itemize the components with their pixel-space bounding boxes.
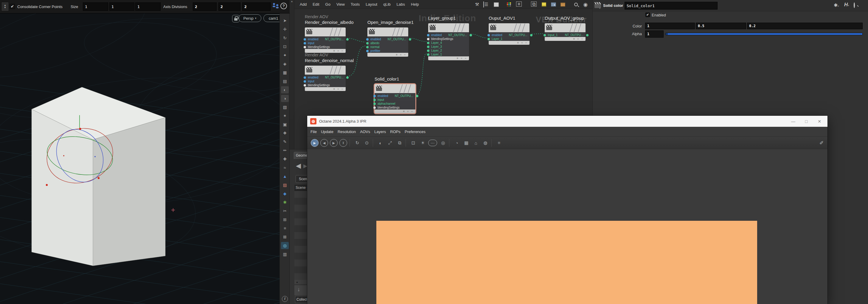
octane-menu-update[interactable]: Update [319, 130, 336, 134]
size-z-field[interactable] [135, 2, 161, 11]
uv-checker-icon[interactable]: ▨ [281, 182, 289, 189]
search-icon[interactable] [854, 3, 855, 7]
shade-mode-icon[interactable]: ◑ [281, 95, 289, 102]
tree-row[interactable] [294, 267, 307, 273]
axis-y-field[interactable] [218, 2, 241, 11]
input-port-dot[interactable] [427, 34, 429, 36]
octane-titlebar[interactable]: ⊚ Octane 2024.1.Alpha 3 IPR — □ ✕ [307, 116, 828, 127]
tree-row[interactable] [294, 198, 307, 205]
enabled-checkbox[interactable]: ✔ [645, 12, 650, 17]
flag-slot[interactable] [514, 24, 517, 32]
poly-triangle-icon[interactable]: ▲ [281, 173, 289, 180]
input-port-dot[interactable] [366, 38, 369, 40]
node-layer_group1[interactable]: enabledNT_OUTPU...blendingSettingsLayer_… [428, 23, 469, 60]
mirror-icon[interactable]: ⊞ [281, 216, 289, 223]
value-spinner[interactable]: ▲▼ [1, 2, 9, 11]
consolidate-checkbox[interactable]: ✔ [10, 4, 15, 9]
align-icon[interactable]: ≡ [281, 225, 289, 232]
flag-slot[interactable] [574, 24, 577, 32]
color-b-field[interactable]: 0.2 [747, 23, 863, 29]
flag-slot[interactable] [330, 66, 333, 74]
sculpt-icon[interactable]: ✚ [281, 156, 289, 163]
houdini-icon[interactable]: H▾ [844, 2, 849, 8]
octane-menu-layers[interactable]: Layers [372, 130, 388, 134]
wireframe-icon[interactable]: ▧ [281, 104, 289, 111]
help-icon[interactable]: ? [280, 3, 287, 9]
expand-icon[interactable]: ⤢ [386, 139, 394, 147]
flag-slot[interactable] [396, 28, 400, 36]
target-icon[interactable]: ◎ [439, 139, 447, 147]
input-port-dot[interactable] [373, 107, 376, 109]
tree-row[interactable] [294, 253, 307, 259]
close-button[interactable]: ✕ [815, 119, 824, 124]
input-port-dot[interactable] [427, 38, 429, 40]
tree-row[interactable] [294, 205, 307, 212]
tree-row[interactable] [294, 259, 307, 267]
output-port-dot[interactable] [530, 34, 532, 36]
rotate-icon[interactable]: ↻ [281, 34, 289, 42]
home-icon[interactable]: ⌂ [472, 139, 480, 147]
axis-x-field[interactable] [193, 2, 217, 11]
input-port-dot[interactable] [366, 50, 369, 52]
select-icon[interactable]: ➤ [281, 17, 289, 24]
flag-slot[interactable] [338, 66, 341, 74]
output-port-dot[interactable] [409, 38, 411, 40]
scene-button[interactable]: Scen [296, 175, 307, 183]
alpha-field[interactable]: 1 [645, 30, 663, 37]
flag-slot[interactable] [399, 84, 403, 93]
node-name-field[interactable] [625, 2, 717, 9]
scene-viewport[interactable]: Persp▾ cam1▾ [0, 13, 279, 304]
octane-menu-resolution[interactable]: Resolution [336, 130, 358, 134]
flag-slot[interactable] [401, 28, 404, 36]
geometry-icon[interactable]: ❖ [281, 130, 289, 137]
color-r-field[interactable]: 1 [645, 23, 695, 29]
camera-icon[interactable]: ▣ [281, 121, 289, 128]
brush-icon[interactable]: ✎ [281, 138, 289, 145]
input-port-dot[interactable] [304, 46, 306, 48]
input-port-dot[interactable] [373, 99, 376, 101]
output-port-dot[interactable] [346, 38, 349, 40]
input-port-dot[interactable] [366, 42, 369, 45]
flag-slot[interactable] [408, 84, 411, 93]
input-port-dot[interactable] [544, 34, 546, 36]
node-render_denoise_normal[interactable]: enabledNT_OUTPU...inputblendingSettings≡… [305, 66, 346, 91]
color-g-field[interactable]: 0.5 [696, 23, 746, 29]
measure-icon[interactable]: ⊠ [281, 233, 289, 241]
forward-arrow-icon[interactable]: ▶ [303, 163, 307, 169]
focus-icon[interactable]: ⊡ [409, 139, 417, 147]
contrast-icon[interactable]: ◐ [376, 139, 385, 147]
poly-diamond-icon[interactable]: ◆ [281, 190, 289, 197]
flag-slot[interactable] [453, 24, 456, 32]
view-mode-icon[interactable]: ◐ [281, 86, 289, 93]
flag-slot[interactable] [569, 24, 573, 32]
camera-selector[interactable]: cam1▾ [264, 14, 279, 22]
pose-icon[interactable]: ✦ [281, 52, 289, 59]
input-port-dot[interactable] [488, 38, 490, 40]
cut-icon[interactable]: ✂ [281, 208, 289, 215]
input-port-dot[interactable] [304, 84, 306, 86]
more-dots-icon[interactable]: ⋯ [428, 140, 437, 146]
download-arrow-icon[interactable]: ↓ [294, 285, 307, 295]
skip-start-icon[interactable]: ◀ [320, 139, 328, 147]
octane-render-view[interactable] [307, 149, 828, 304]
flag-slot[interactable] [461, 24, 465, 32]
scale-icon[interactable]: ⊡ [281, 43, 289, 50]
info-icon[interactable]: i [282, 296, 288, 302]
tree-row[interactable] [294, 246, 307, 253]
node-open_image_denoise1[interactable]: enabledNT_OUTPU...albedonormalprefilter≡… [367, 27, 408, 57]
flag-slot[interactable] [457, 24, 460, 32]
input-port-dot[interactable] [488, 34, 490, 36]
tree-row[interactable] [294, 232, 307, 239]
input-port-dot[interactable] [427, 42, 429, 44]
flag-slot[interactable] [403, 84, 407, 93]
octane-ipr-window[interactable]: ⊚ Octane 2024.1.Alpha 3 IPR — □ ✕ FileUp… [307, 116, 828, 304]
grid-snap-icon[interactable]: ▦ [281, 69, 289, 76]
tree-row[interactable] [294, 212, 307, 218]
lights-icon[interactable]: ✴ [281, 112, 289, 119]
tree-scroll-up[interactable]: ▲ [294, 280, 307, 284]
input-port-dot[interactable] [304, 76, 306, 79]
tree-row[interactable] [294, 225, 307, 232]
multi-snap-icon[interactable]: ▤ [281, 78, 289, 85]
octane-menu-file[interactable]: File [308, 130, 319, 134]
tree-row[interactable] [294, 239, 307, 246]
